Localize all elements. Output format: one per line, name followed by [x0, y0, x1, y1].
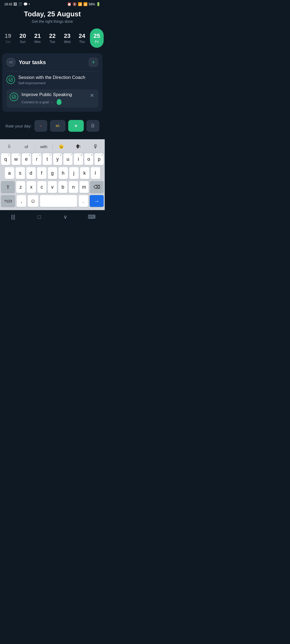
rate-mixed-button[interactable]: +/- — [50, 120, 66, 132]
key-sym[interactable]: ?123 — [1, 195, 15, 207]
task-item-1: Session with the Direction Coach Self-im… — [6, 71, 98, 88]
key-emoji[interactable]: ☺ — [28, 195, 38, 207]
alarm-icon: ⏰ — [67, 2, 71, 6]
header: Today, 25 August Get the right things do… — [0, 7, 105, 28]
keyboard-suggestion-of[interactable]: of — [18, 143, 35, 150]
svg-point-0 — [9, 78, 13, 82]
photo-icon: 🖼 — [13, 2, 17, 6]
calendar-day-fri[interactable]: 25 Fri — [90, 28, 104, 48]
nav-menu-icon[interactable]: ||| — [9, 213, 17, 221]
key-row-1: q1 w2 e3 r4 t5 y6 u7 i8 o9 p0 — [1, 153, 104, 165]
key-v[interactable]: v — [48, 181, 57, 193]
key-z[interactable]: z — [16, 181, 25, 193]
key-p[interactable]: p0 — [95, 153, 104, 165]
nav-home-icon[interactable]: □ — [35, 213, 43, 221]
keyboard-suggestion-1[interactable]: ⠿ — [1, 143, 18, 150]
key-period[interactable]: . — [79, 195, 88, 207]
nav-bar: ||| □ ∨ ⌨ — [0, 210, 105, 225]
tasks-title: Your tasks — [19, 59, 46, 65]
key-w[interactable]: w2 — [12, 153, 21, 165]
battery-icon: 🔋 — [96, 2, 100, 6]
key-enter[interactable]: → — [90, 195, 104, 207]
key-u[interactable]: u7 — [63, 153, 73, 165]
tasks-badge: 0/2 — [6, 58, 16, 67]
keyboard-rows: q1 w2 e3 r4 t5 y6 u7 i8 o9 p0 a s d f g … — [1, 153, 104, 207]
key-f[interactable]: f — [37, 167, 46, 179]
task-close-button[interactable]: ✕ — [89, 92, 95, 99]
calendar-day-sun[interactable]: 20 Sun — [16, 28, 30, 48]
status-left: 18:42 🖼 🎵 💬 • — [4, 2, 30, 6]
key-c[interactable]: c — [37, 181, 46, 193]
tasks-header: 0/2 Your tasks + — [6, 57, 98, 67]
status-time: 18:42 — [4, 2, 12, 6]
keyboard-suggestion-mic[interactable]: 🎙 — [87, 142, 104, 151]
keyboard: ⠿ of with 😉 🗣 🎙 q1 w2 e3 r4 t5 y6 u7 i8 … — [0, 139, 105, 210]
rate-label: Rate your day: — [5, 124, 32, 128]
key-j[interactable]: j — [69, 167, 79, 179]
key-h[interactable]: h — [59, 167, 68, 179]
key-backspace[interactable]: ⌫ — [90, 181, 104, 193]
svg-point-1 — [12, 95, 16, 99]
tasks-section: 0/2 Your tasks + Session with the Direct… — [2, 53, 103, 112]
calendar-day-sat[interactable]: 19 Sat — [1, 28, 15, 48]
keyboard-suggestion-speak[interactable]: 🗣 — [70, 142, 87, 151]
rate-minus-button[interactable]: - — [34, 120, 47, 132]
rate-plus-button[interactable]: + — [68, 120, 84, 132]
calendar-day-tue[interactable]: 22 Tue — [45, 28, 59, 48]
calendar-day-thu[interactable]: 24 Thu — [75, 28, 89, 48]
calendar-day-wed[interactable]: 23 Wed — [60, 28, 74, 48]
key-y[interactable]: y6 — [53, 153, 62, 165]
whatsapp-icon: 💬 — [23, 2, 28, 6]
tasks-title-group: 0/2 Your tasks — [6, 58, 46, 67]
key-t[interactable]: t5 — [43, 153, 52, 165]
nav-keyboard-icon[interactable]: ⌨ — [88, 213, 96, 221]
task-check-1[interactable] — [6, 75, 15, 84]
status-bar: 18:42 🖼 🎵 💬 • ⏰ 🔇 📶 📶 58% 🔋 — [0, 0, 105, 7]
dot-icon: • — [29, 2, 30, 6]
key-m[interactable]: m — [79, 181, 89, 193]
key-i[interactable]: i8 — [74, 153, 83, 165]
key-row-4: ?123 , ☺ . → — [1, 195, 104, 207]
rate-note-button[interactable] — [86, 120, 99, 132]
key-o[interactable]: o9 — [84, 153, 93, 165]
keyboard-suggestions: ⠿ of with 😉 🗣 🎙 — [1, 141, 104, 153]
key-n[interactable]: n — [69, 181, 78, 193]
add-task-button[interactable]: + — [89, 57, 98, 67]
task-goal-link[interactable]: Connect to a goal → — [21, 99, 86, 105]
goal-dot-icon — [57, 99, 61, 105]
status-right: ⏰ 🔇 📶 📶 58% 🔋 — [67, 2, 100, 6]
key-l[interactable]: l — [91, 167, 100, 179]
key-row-3: ⇧ z x c v b n m ⌫ — [1, 181, 104, 193]
calendar-day-mon[interactable]: 21 Mon — [31, 28, 44, 48]
task-info-2: Improve Public Speaking Connect to a goa… — [21, 92, 86, 105]
task-item-2: Improve Public Speaking Connect to a goa… — [6, 89, 98, 108]
wifi-icon: 📶 — [78, 2, 82, 6]
header-date: Today, 25 August — [0, 10, 105, 18]
key-q[interactable]: q1 — [1, 153, 10, 165]
key-g[interactable]: g — [48, 167, 57, 179]
key-b[interactable]: b — [58, 181, 67, 193]
key-a[interactable]: a — [5, 167, 14, 179]
battery-text: 58% — [89, 2, 95, 6]
signal-icon: 📶 — [83, 2, 88, 6]
mute-icon: 🔇 — [73, 2, 77, 6]
key-space[interactable] — [40, 195, 77, 207]
key-row-2: a s d f g h j k l — [1, 167, 104, 179]
task-category-1: Self-improvement — [18, 81, 98, 85]
task-check-2[interactable] — [10, 93, 18, 101]
key-e[interactable]: e3 — [22, 153, 31, 165]
header-subtitle: Get the right things done — [0, 19, 105, 24]
keyboard-suggestion-emoji[interactable]: 😉 — [53, 143, 70, 150]
task-name-2[interactable]: Improve Public Speaking — [21, 92, 86, 97]
key-x[interactable]: x — [27, 181, 36, 193]
key-d[interactable]: d — [26, 167, 36, 179]
task-info-1: Session with the Direction Coach Self-im… — [18, 75, 98, 85]
key-shift[interactable]: ⇧ — [1, 181, 15, 193]
key-s[interactable]: s — [16, 167, 25, 179]
key-k[interactable]: k — [80, 167, 89, 179]
key-comma[interactable]: , — [17, 195, 26, 207]
nav-back-icon[interactable]: ∨ — [61, 213, 70, 221]
keyboard-suggestion-with[interactable]: with — [35, 143, 53, 150]
calendar-strip: 19 Sat 20 Sun 21 Mon 22 Tue 23 Wed 24 Th… — [0, 28, 105, 53]
key-r[interactable]: r4 — [32, 153, 41, 165]
